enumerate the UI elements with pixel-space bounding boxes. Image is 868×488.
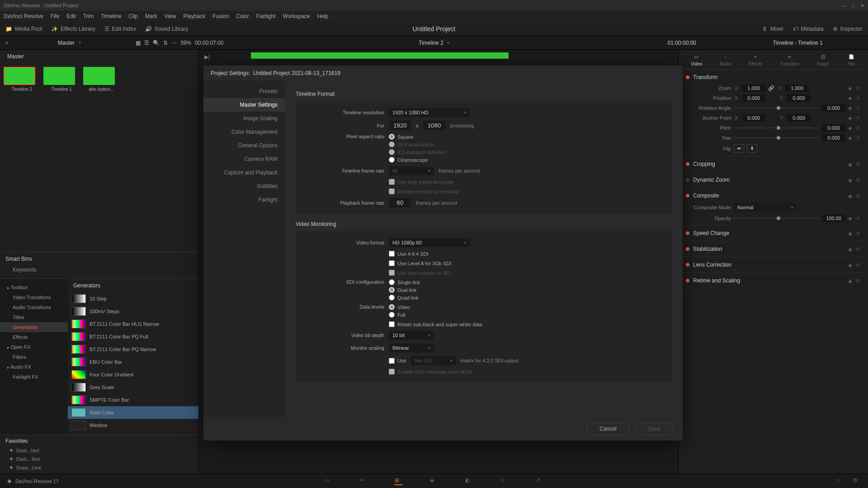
generator-item[interactable]: 10 Step xyxy=(68,292,198,305)
edit-index-button[interactable]: ☰ Edit Index xyxy=(104,26,136,32)
sort-icon[interactable]: ⇅ xyxy=(163,40,168,46)
gear-icon[interactable]: ⚙ xyxy=(853,477,861,485)
generator-item[interactable]: Four Color Gradient xyxy=(68,368,198,381)
menu-item[interactable]: Fusion xyxy=(212,13,229,19)
pos-x-input[interactable]: 0.000 xyxy=(742,94,765,102)
generator-item[interactable]: BT.2111 Color Bar HLG Narrow xyxy=(68,318,198,330)
section-header[interactable]: Lens Correction◆↺ xyxy=(682,259,864,271)
sdi-radio[interactable]: Dual link xyxy=(389,287,420,293)
generator-item[interactable]: Solid Color xyxy=(68,406,198,419)
tab-image[interactable]: 🖼Image xyxy=(817,54,830,66)
reset-icon[interactable]: ↺ xyxy=(855,105,861,111)
reset-icon[interactable]: ↺ xyxy=(855,85,861,91)
reset-icon[interactable]: ↺ xyxy=(855,125,861,131)
keyframe-icon[interactable]: ◆ xyxy=(848,135,854,141)
dialog-sidebar-item[interactable]: Camera RAW xyxy=(203,152,285,166)
level-a-checkbox[interactable]: Use Level A for 3Gb SDI xyxy=(389,260,451,266)
dialog-sidebar-item[interactable]: Fairlight xyxy=(203,193,285,206)
retain-checkbox[interactable]: Retain sub-black and super-white data xyxy=(389,321,482,327)
section-header[interactable]: Dynamic Zoom◆↺ xyxy=(682,174,864,186)
minimize-icon[interactable]: — xyxy=(841,3,846,9)
scaling-select[interactable]: Bilinear▾ xyxy=(389,343,434,352)
keyframe-icon[interactable]: ◆ xyxy=(848,278,854,283)
menu-item[interactable]: Edit xyxy=(66,13,76,19)
effects-library-button[interactable]: ✨ Effects Library xyxy=(51,26,95,32)
menu-item[interactable]: Workspace xyxy=(283,13,310,19)
tab-effects[interactable]: ✦Effects xyxy=(749,54,762,66)
generator-item[interactable]: BT.2111 Color Bar PQ Narrow xyxy=(68,343,198,356)
cancel-button[interactable]: Cancel xyxy=(586,422,629,435)
par-radio[interactable]: Square xyxy=(389,134,446,140)
dropdown-icon[interactable]: ▾ xyxy=(5,40,8,46)
transform-header[interactable]: Transform xyxy=(682,71,864,83)
reset-icon[interactable]: ↺ xyxy=(855,177,861,183)
fusion-page-icon[interactable]: ◈ xyxy=(430,477,438,485)
clip-thumb[interactable]: abo button... xyxy=(83,67,119,92)
reset-icon[interactable]: ↺ xyxy=(855,262,861,267)
reset-icon[interactable]: ↺ xyxy=(855,230,861,236)
progress-track[interactable] xyxy=(251,52,509,59)
dialog-sidebar-item[interactable]: Color Management xyxy=(203,125,285,139)
keyframe-icon[interactable]: ◆ xyxy=(848,193,854,198)
resolution-select[interactable]: 868 x 488 HD▾ xyxy=(389,108,470,117)
video-format-select[interactable]: HD 1080p 60▾ xyxy=(389,238,470,247)
dialog-sidebar-item[interactable]: Capture and Playback xyxy=(203,166,285,179)
menu-item[interactable]: DaVinci Resolve xyxy=(4,13,43,19)
menu-item[interactable]: Trim xyxy=(83,13,94,19)
menu-item[interactable]: File xyxy=(51,13,59,19)
anchor-y-input[interactable]: 0.000 xyxy=(787,114,811,122)
drop-frame-checkbox[interactable]: Use drop frame timecode xyxy=(389,179,453,185)
use-matrix-checkbox[interactable]: Use xyxy=(389,358,406,364)
toolbox-nav-item[interactable]: Effects xyxy=(0,332,68,342)
opacity-slider[interactable] xyxy=(734,218,819,219)
menu-item[interactable]: View xyxy=(165,13,176,19)
keyframe-icon[interactable]: ◆ xyxy=(848,246,854,252)
keyframe-icon[interactable]: ◆ xyxy=(848,262,854,267)
play-icon[interactable]: ▶| xyxy=(204,54,210,60)
width-input[interactable] xyxy=(389,121,411,130)
menu-item[interactable]: Clip xyxy=(128,13,138,19)
rotation-input[interactable]: 0.000 xyxy=(822,104,845,112)
clip-thumb[interactable]: Timeline 2 xyxy=(4,67,40,92)
reset-icon[interactable]: ↺ xyxy=(855,246,861,252)
media-page-icon[interactable]: ▭ xyxy=(324,477,332,485)
tab-transition[interactable]: ⬌Transition xyxy=(780,54,800,66)
keyframe-icon[interactable]: ◆ xyxy=(848,177,854,183)
flip-v-button[interactable]: ⬍ xyxy=(747,144,757,153)
dual-out-checkbox[interactable]: Use dual outputs on SDI xyxy=(389,270,451,276)
generator-item[interactable]: EBU Color Bar xyxy=(68,356,198,368)
reset-icon[interactable]: ↺ xyxy=(855,115,861,121)
bitdepth-select[interactable]: 10 bit▾ xyxy=(389,331,434,340)
par-radio[interactable]: 16:9 anamorphic xyxy=(389,141,446,147)
more-icon[interactable]: ⋯ xyxy=(171,40,177,46)
keyframe-icon[interactable]: ◆ xyxy=(848,230,854,236)
chevron-down-icon[interactable]: ▾ xyxy=(447,41,449,45)
favorite-item[interactable]: ★Dark...hird xyxy=(5,446,193,455)
pitch-input[interactable]: 0.000 xyxy=(822,124,845,131)
keyframe-icon[interactable]: ◆ xyxy=(848,125,854,131)
menu-item[interactable]: Playback xyxy=(183,13,205,19)
datalvl-radio[interactable]: Video xyxy=(389,304,410,310)
search-icon[interactable]: 🔍 xyxy=(153,40,160,46)
edit-page-icon[interactable]: ⊞ xyxy=(395,477,403,485)
sdi-radio[interactable]: Quad link xyxy=(389,295,420,300)
reset-icon[interactable]: ↺ xyxy=(855,135,861,141)
menu-item[interactable]: Color xyxy=(236,13,249,19)
toolbox-nav-item[interactable]: Open FX xyxy=(0,342,68,352)
anchor-x-input[interactable]: 0.000 xyxy=(742,114,765,122)
use-444-checkbox[interactable]: Use 4:4:4 SDI xyxy=(389,251,428,257)
sdi-radio[interactable]: Single link xyxy=(389,279,420,285)
hdr-checkbox[interactable]: Enable HDR metadata over HDMI xyxy=(389,369,472,375)
toolbox-nav-item[interactable]: Toolbox xyxy=(0,282,68,292)
keyframe-icon[interactable]: ◆ xyxy=(848,105,854,111)
generator-item[interactable]: BT.2111 Color Bar PQ Full xyxy=(68,330,198,343)
dialog-sidebar-item[interactable]: Presets xyxy=(203,84,285,98)
generator-item[interactable]: 100mV Steps xyxy=(68,305,198,318)
menu-item[interactable]: Mark xyxy=(145,13,157,19)
smart-bin-item[interactable]: Keywords xyxy=(5,265,193,275)
list-icon[interactable]: ☰ xyxy=(144,40,149,46)
pitch-slider[interactable] xyxy=(734,127,819,128)
maximize-icon[interactable]: □ xyxy=(852,3,855,9)
section-header[interactable]: Speed Change◆↺ xyxy=(682,227,864,239)
media-pool-button[interactable]: 📁 Media Pool xyxy=(5,26,42,32)
